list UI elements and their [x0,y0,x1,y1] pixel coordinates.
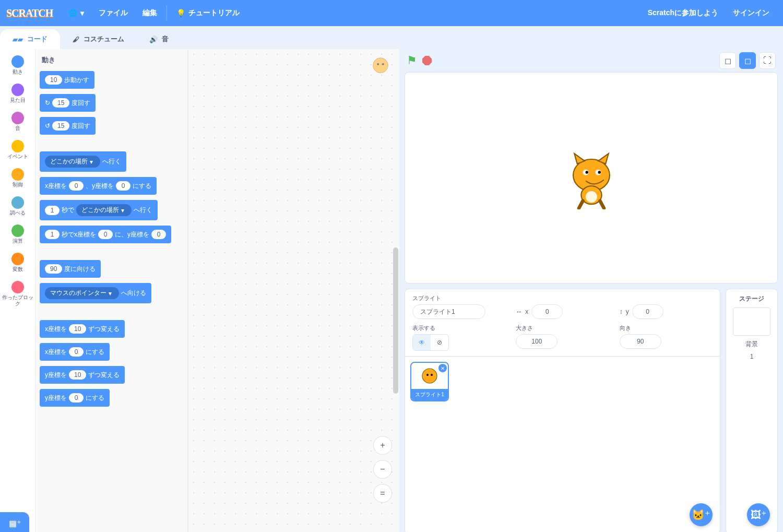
category-作ったブロック[interactable]: 作ったブロック [0,277,35,311]
category-dot-icon [11,112,24,124]
block-label: 度回す [72,122,90,131]
block-goto-menu[interactable]: どこかの場所▾へ行く [40,151,126,172]
block-dropdown[interactable]: どこかの場所▾ [45,156,100,168]
sprite-direction-input[interactable] [620,334,661,349]
category-演算[interactable]: 演算 [0,220,35,249]
category-動き[interactable]: 動き [0,51,35,79]
sprite-list: ✕ スプライト1 🐱⁺ [405,357,720,532]
zoom-reset-button[interactable]: = [373,484,392,503]
tutorials-button[interactable]: 💡チュートリアル [169,0,247,26]
block-input[interactable]: 0 [69,393,84,403]
category-dot-icon [11,196,24,209]
block-glide-xy[interactable]: 1秒でx座標を0に、y座標を0 [40,226,171,243]
block-input[interactable]: 0 [69,347,84,357]
block-input[interactable]: 10 [69,324,86,334]
block-turn-ccw[interactable]: ↺15度回す [40,117,96,135]
block-label: へ行く [134,206,152,215]
stop-button[interactable] [422,56,432,65]
fullscreen-button[interactable]: ⛶ [759,52,776,69]
stage-small-button[interactable]: ◻ [719,52,736,69]
sprite-y-input[interactable] [632,304,663,319]
category-label: 見た目 [10,97,26,103]
block-input[interactable]: 10 [45,75,62,85]
svg-point-2 [382,63,384,65]
block-label: ずつ変える [88,325,120,334]
block-move-steps[interactable]: 10歩動かす [40,71,94,89]
image-plus-icon: 🖼⁺ [751,509,767,521]
hide-sprite-button[interactable]: ⊘ [431,335,448,350]
language-menu[interactable]: 🌐▾ [61,0,91,26]
block-input[interactable]: 15 [52,121,69,131]
join-button[interactable]: Scratchに参加しよう [640,0,726,26]
green-flag-button[interactable]: ⚑ [407,54,417,67]
tab-sounds[interactable]: 🔊音 [137,29,181,49]
delete-sprite-button[interactable]: ✕ [438,364,447,372]
tab-code[interactable]: ▰▰コード [0,29,60,49]
category-制御[interactable]: 制御 [0,164,35,192]
block-input[interactable]: 0 [151,230,166,239]
show-sprite-button[interactable]: 👁 [413,335,431,350]
block-glide-menu[interactable]: 1秒でどこかの場所▾へ行く [40,200,158,220]
category-見た目[interactable]: 見た目 [0,79,35,108]
backdrops-label: 背景 [745,340,758,349]
add-sprite-button[interactable]: 🐱⁺ [690,503,713,526]
block-input[interactable]: 0 [69,181,84,191]
stage-thumbnail[interactable] [733,308,770,336]
workspace[interactable]: + − = [188,49,399,532]
category-調べる[interactable]: 調べる [0,192,35,220]
brush-icon: 🖌 [73,36,79,43]
file-menu[interactable]: ファイル [91,0,135,26]
category-dot-icon [11,84,24,96]
block-change-y[interactable]: y座標を10ずつ変える [40,366,125,384]
block-dropdown[interactable]: マウスのポインター▾ [45,287,119,299]
category-変数[interactable]: 変数 [0,249,35,277]
add-backdrop-button[interactable]: 🖼⁺ [747,503,770,526]
block-input[interactable]: 0 [116,181,130,191]
block-set-y[interactable]: y座標を0にする [40,389,110,407]
block-label: x座標を [45,348,67,357]
block-point-direction[interactable]: 90度に向ける [40,260,101,278]
sprite-name-input[interactable] [412,304,485,319]
size-label: 大きさ [516,324,609,332]
sprite-tile[interactable]: ✕ スプライト1 [410,362,449,401]
block-label: y座標を [45,394,67,403]
tab-costumes[interactable]: 🖌コスチューム [60,29,137,49]
sound-icon: 🔊 [149,36,158,43]
block-change-x[interactable]: x座標を10ずつ変える [40,320,125,338]
zoom-in-button[interactable]: + [373,436,392,455]
block-label: ずつ変える [88,371,120,380]
sprite-x-input[interactable] [531,304,563,319]
block-goto-xy[interactable]: x座標を0、y座標を0にする [40,177,157,195]
category-イベント[interactable]: イベント [0,136,35,164]
block-set-x[interactable]: x座標を0にする [40,343,110,361]
scratch-cat-sprite[interactable] [563,147,620,209]
chevron-down-icon: ▾ [80,9,84,17]
block-input[interactable]: 1 [45,230,60,239]
stage-label: ステージ [739,294,764,303]
block-point-towards[interactable]: マウスのポインター▾へ向ける [40,283,151,303]
edit-menu[interactable]: 編集 [135,0,164,26]
block-palette[interactable]: 動き 10歩動かす ↻15度回す ↺15度回す どこかの場所▾へ行く x座標を0… [35,49,188,532]
zoom-out-button[interactable]: − [373,460,392,479]
block-dropdown[interactable]: どこかの場所▾ [76,204,132,216]
code-icon: ▰▰ [13,36,23,43]
block-label: 、y座標を [86,182,114,191]
stage-selector[interactable]: ステージ 背景 1 🖼⁺ [726,289,778,532]
block-input[interactable]: 15 [52,98,69,108]
scratch-logo[interactable]: SCRATCH [6,7,53,19]
y-label: y [626,308,629,315]
block-input[interactable]: 0 [98,230,113,239]
stage-large-button[interactable]: ◻ [739,52,756,69]
block-input[interactable]: 1 [45,206,60,215]
category-音[interactable]: 音 [0,108,35,136]
scrollbar[interactable] [393,247,398,394]
extension-button[interactable]: ▦⁺ [0,512,29,532]
sprite-size-input[interactable] [516,334,557,349]
block-input[interactable]: 90 [45,264,62,274]
block-input[interactable]: 10 [69,370,86,380]
block-label: へ行く [102,157,121,166]
signin-button[interactable]: サインイン [726,0,777,26]
stage[interactable] [405,72,778,283]
block-turn-cw[interactable]: ↻15度回す [40,94,96,112]
lightbulb-icon: 💡 [176,9,185,17]
